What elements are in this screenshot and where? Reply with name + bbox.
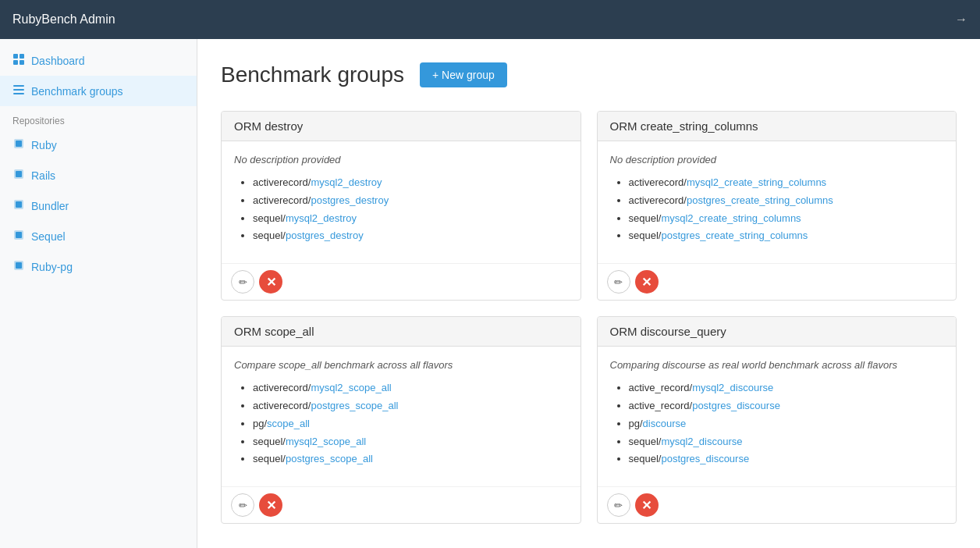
item-suffix: postgres_scope_all — [286, 453, 373, 464]
item-prefix: pg/ — [253, 418, 267, 429]
item-prefix: sequel/ — [253, 212, 286, 224]
delete-button-orm-discourse-query[interactable]: ✕ — [635, 493, 659, 517]
list-item: active_record/postgres_discourse — [629, 398, 944, 415]
sidebar-item-rails[interactable]: Rails — [0, 160, 197, 190]
page-title: Benchmark groups — [221, 62, 404, 87]
item-prefix: sequel/ — [253, 436, 286, 447]
sidebar-item-ruby[interactable]: Ruby — [0, 130, 197, 160]
card-header-orm-scope-all: ORM scope_all — [222, 317, 581, 347]
list-item: activerecord/mysql2_scope_all — [253, 380, 568, 397]
item-prefix: active_record/ — [629, 382, 693, 393]
list-item: activerecord/mysql2_destroy — [253, 175, 568, 191]
item-prefix: pg/ — [629, 418, 643, 429]
benchmark-groups-icon — [12, 84, 25, 98]
list-item: sequel/postgres_scope_all — [253, 451, 568, 468]
svg-rect-12 — [16, 201, 22, 208]
list-item: sequel/postgres_discourse — [629, 451, 944, 468]
item-suffix: postgres_create_string_columns — [661, 230, 808, 241]
main-content: Benchmark groups + New group ORM destroy… — [197, 39, 980, 548]
close-icon: ✕ — [266, 275, 276, 290]
layout: Dashboard Benchmark groups Repositories … — [0, 39, 980, 548]
item-suffix: mysql2_destroy — [286, 212, 357, 224]
list-item: activerecord/postgres_create_string_colu… — [629, 193, 944, 209]
item-prefix: sequel/ — [629, 230, 662, 241]
repositories-section-label: Repositories — [0, 106, 197, 130]
sidebar-item-sequel-label: Sequel — [31, 230, 66, 243]
item-suffix: postgres_discourse — [692, 400, 780, 411]
item-suffix: mysql2_scope_all — [311, 382, 391, 393]
svg-rect-1 — [20, 54, 24, 59]
close-icon: ✕ — [641, 275, 652, 290]
card-list-orm-destroy: activerecord/mysql2_destroyactiverecord/… — [234, 175, 568, 244]
sidebar-item-rails-label: Rails — [31, 169, 55, 182]
edit-button-orm-scope-all[interactable]: ✏ — [231, 493, 254, 517]
pencil-icon: ✏ — [614, 500, 623, 511]
logout-icon[interactable]: → — [955, 12, 968, 27]
sidebar-item-benchmark-groups[interactable]: Benchmark groups — [0, 76, 197, 106]
cards-grid: ORM destroyNo description providedactive… — [221, 111, 957, 524]
item-suffix: mysql2_destroy — [311, 176, 382, 188]
card-body-orm-discourse-query: Comparing discourse as real world benchm… — [598, 347, 957, 483]
svg-rect-10 — [16, 171, 22, 177]
card-header-orm-destroy: ORM destroy — [222, 112, 581, 141]
svg-rect-4 — [13, 85, 24, 87]
svg-rect-8 — [16, 141, 22, 147]
card-orm-create-string-columns: ORM create_string_columnsNo description … — [597, 111, 957, 301]
item-suffix: postgres_destroy — [311, 194, 389, 206]
card-body-orm-scope-all: Compare scope_all benchmark across all f… — [222, 347, 581, 483]
pencil-icon: ✏ — [239, 276, 247, 288]
item-suffix: mysql2_discourse — [661, 436, 742, 447]
sidebar-item-sequel[interactable]: Sequel — [0, 221, 197, 251]
list-item: sequel/mysql2_discourse — [629, 434, 944, 450]
card-footer-orm-create-string-columns: ✏✕ — [598, 263, 957, 300]
edit-button-orm-create-string-columns[interactable]: ✏ — [607, 270, 630, 294]
svg-rect-0 — [13, 54, 18, 59]
sidebar-item-ruby-pg-label: Ruby-pg — [31, 261, 73, 273]
item-suffix: mysql2_create_string_columns — [687, 176, 826, 188]
card-orm-discourse-query: ORM discourse_queryComparing discourse a… — [597, 316, 957, 524]
list-item: sequel/mysql2_destroy — [253, 211, 568, 227]
card-body-orm-create-string-columns: No description providedactiverecord/mysq… — [598, 141, 957, 260]
list-item: pg/discourse — [629, 416, 944, 432]
card-list-orm-scope-all: activerecord/mysql2_scope_allactiverecor… — [234, 380, 568, 468]
ruby-icon — [12, 137, 25, 152]
list-item: active_record/mysql2_discourse — [629, 380, 944, 397]
svg-rect-2 — [13, 60, 18, 65]
item-suffix: postgres_create_string_columns — [687, 194, 833, 206]
card-footer-orm-destroy: ✏✕ — [222, 263, 581, 300]
item-prefix: sequel/ — [629, 453, 662, 464]
edit-button-orm-discourse-query[interactable]: ✏ — [607, 493, 630, 517]
item-suffix: postgres_discourse — [661, 453, 749, 464]
svg-rect-5 — [13, 89, 24, 91]
card-header-orm-discourse-query: ORM discourse_query — [598, 317, 957, 347]
item-prefix: sequel/ — [253, 453, 286, 464]
list-item: pg/scope_all — [253, 416, 568, 432]
new-group-button[interactable]: + New group — [420, 62, 507, 87]
dashboard-icon — [12, 53, 25, 68]
list-item: activerecord/postgres_scope_all — [253, 398, 568, 415]
sidebar-item-benchmark-groups-label: Benchmark groups — [31, 85, 123, 98]
sidebar-item-dashboard[interactable]: Dashboard — [0, 45, 197, 76]
edit-button-orm-destroy[interactable]: ✏ — [231, 270, 254, 294]
ruby-pg-icon — [12, 259, 25, 274]
sidebar-item-bundler[interactable]: Bundler — [0, 190, 197, 221]
item-prefix: sequel/ — [629, 436, 662, 447]
item-prefix: activerecord/ — [253, 382, 311, 393]
delete-button-orm-create-string-columns[interactable]: ✕ — [635, 270, 659, 294]
page-header: Benchmark groups + New group — [221, 62, 957, 87]
item-prefix: sequel/ — [253, 230, 286, 241]
item-suffix: mysql2_scope_all — [286, 436, 366, 447]
bundler-icon — [12, 198, 25, 213]
item-prefix: activerecord/ — [253, 176, 311, 188]
sidebar-item-ruby-pg[interactable]: Ruby-pg — [0, 251, 197, 282]
delete-button-orm-scope-all[interactable]: ✕ — [259, 493, 282, 517]
item-suffix: postgres_scope_all — [311, 400, 398, 411]
navbar: RubyBench Admin → — [0, 0, 980, 39]
sidebar: Dashboard Benchmark groups Repositories … — [0, 39, 197, 548]
list-item: sequel/postgres_destroy — [253, 228, 568, 244]
card-footer-orm-discourse-query: ✏✕ — [598, 486, 957, 523]
sequel-icon — [12, 229, 25, 244]
card-orm-scope-all: ORM scope_allCompare scope_all benchmark… — [221, 316, 581, 524]
card-description-orm-scope-all: Compare scope_all benchmark across all f… — [234, 359, 568, 371]
delete-button-orm-destroy[interactable]: ✕ — [259, 270, 282, 294]
